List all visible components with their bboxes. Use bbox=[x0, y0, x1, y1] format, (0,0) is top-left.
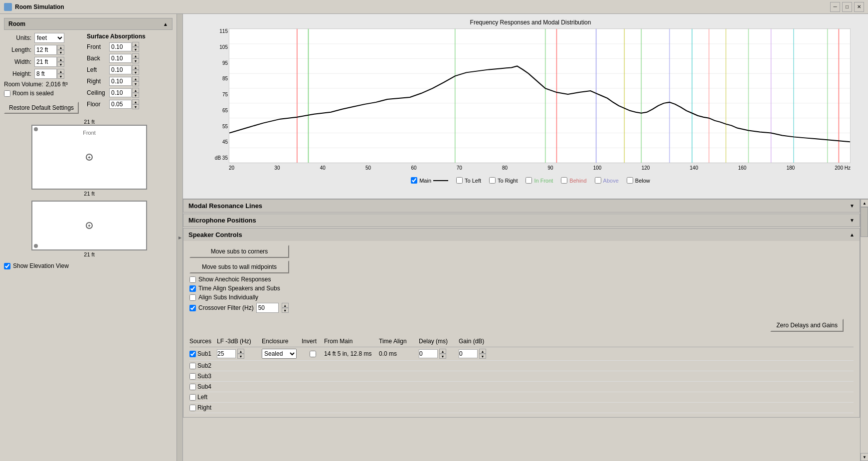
sub1-enclosure-select[interactable]: Sealed Ported bbox=[262, 349, 297, 359]
width-up[interactable]: ▲ bbox=[57, 57, 64, 62]
ceiling-down[interactable]: ▼ bbox=[132, 93, 139, 98]
front-down[interactable]: ▼ bbox=[132, 47, 139, 52]
sub2-label: Sub2 bbox=[197, 362, 211, 369]
sub4-label: Sub4 bbox=[197, 383, 211, 390]
left-up[interactable]: ▲ bbox=[132, 65, 139, 70]
left-input[interactable] bbox=[109, 65, 132, 74]
maximize-button[interactable]: □ bbox=[842, 2, 852, 12]
floor-label: Floor bbox=[87, 101, 109, 108]
height-input[interactable] bbox=[34, 69, 57, 79]
crossover-down[interactable]: ▼ bbox=[282, 308, 289, 313]
close-button[interactable]: ✕ bbox=[854, 2, 864, 12]
room-sealed-checkbox[interactable] bbox=[4, 90, 10, 97]
time-align-checkbox[interactable] bbox=[189, 285, 196, 292]
x-50: 50 bbox=[365, 165, 371, 171]
right-source-checkbox[interactable] bbox=[189, 405, 196, 411]
legend-above-checkbox[interactable] bbox=[595, 177, 601, 184]
scrollbar-down-button[interactable]: ▼ bbox=[861, 453, 868, 461]
x-140: 140 bbox=[690, 165, 698, 171]
sub1-lf-down[interactable]: ▼ bbox=[237, 354, 244, 359]
legend-toright-checkbox[interactable] bbox=[489, 177, 496, 184]
front-up[interactable]: ▲ bbox=[132, 42, 139, 47]
restore-defaults-button[interactable]: Restore Default Settings bbox=[4, 102, 79, 114]
sub1-gain-down[interactable]: ▼ bbox=[479, 354, 486, 359]
length-input[interactable] bbox=[34, 45, 57, 55]
move-subs-wall-button[interactable]: Move subs to wall midpoints bbox=[189, 260, 289, 273]
align-subs-individually-checkbox[interactable] bbox=[189, 294, 196, 301]
sub4-checkbox[interactable] bbox=[189, 384, 196, 390]
legend-infront-label: In Front bbox=[534, 178, 553, 184]
front-label: Front bbox=[87, 43, 109, 50]
room-fields: Units: feet meters Length: ▲ ▼ Width: bbox=[4, 33, 79, 114]
legend-main-checkbox[interactable] bbox=[411, 177, 417, 184]
zero-delays-gains-button[interactable]: Zero Delays and Gains bbox=[770, 319, 844, 332]
legend-behind-checkbox[interactable] bbox=[561, 177, 567, 184]
time-align-label: Time Align Speakers and Subs bbox=[198, 285, 280, 292]
right-down[interactable]: ▼ bbox=[132, 81, 139, 86]
length-up[interactable]: ▲ bbox=[57, 45, 64, 50]
col-invert-label: Invert bbox=[302, 338, 324, 345]
legend-toleft-checkbox[interactable] bbox=[456, 177, 463, 184]
room-elevation-view bbox=[31, 201, 147, 250]
bottom-panel: Modal Resonance Lines ▼ Microphone Posit… bbox=[183, 199, 860, 461]
chart-title: Frequency Responses and Modal Distributi… bbox=[208, 19, 853, 26]
room-collapse-btn[interactable]: ▲ bbox=[163, 21, 168, 27]
right-up[interactable]: ▲ bbox=[132, 76, 139, 81]
back-down[interactable]: ▼ bbox=[132, 58, 139, 63]
floor-input[interactable] bbox=[109, 100, 132, 109]
crossover-up[interactable]: ▲ bbox=[282, 303, 289, 308]
sub1-gain-up[interactable]: ▲ bbox=[479, 349, 486, 354]
sub1-delay-up[interactable]: ▲ bbox=[439, 349, 446, 354]
sub1-lf-up[interactable]: ▲ bbox=[237, 349, 244, 354]
floor-down[interactable]: ▼ bbox=[132, 104, 139, 109]
chart-area bbox=[229, 28, 851, 163]
sub1-checkbox[interactable] bbox=[189, 351, 196, 357]
crossover-filter-input[interactable] bbox=[256, 303, 279, 313]
height-down[interactable]: ▼ bbox=[57, 74, 64, 79]
width-down[interactable]: ▼ bbox=[57, 62, 64, 67]
back-up[interactable]: ▲ bbox=[132, 53, 139, 58]
room-volume-label: Room Volume: bbox=[4, 81, 43, 88]
ceiling-up[interactable]: ▲ bbox=[132, 88, 139, 93]
sub1-row: Sub1 ▲ ▼ Sealed bbox=[189, 347, 854, 361]
scrollbar-up-button[interactable]: ▲ bbox=[861, 199, 868, 207]
back-input[interactable] bbox=[109, 54, 132, 63]
left-source-label: Left bbox=[197, 394, 207, 401]
sub2-checkbox[interactable] bbox=[189, 363, 196, 369]
right-scrollbar[interactable]: ▲ ▼ bbox=[860, 199, 868, 461]
show-elevation-checkbox[interactable] bbox=[4, 263, 10, 269]
show-elevation-label: Show Elevation View bbox=[13, 262, 69, 269]
modal-resonance-header[interactable]: Modal Resonance Lines ▼ bbox=[183, 200, 860, 212]
sub4-row: Sub4 bbox=[189, 382, 854, 392]
scrollbar-thumb[interactable] bbox=[861, 207, 868, 237]
sub1-delay-down[interactable]: ▼ bbox=[439, 354, 446, 359]
units-select[interactable]: feet meters bbox=[34, 33, 64, 43]
length-down[interactable]: ▼ bbox=[57, 50, 64, 55]
floor-up[interactable]: ▲ bbox=[132, 99, 139, 104]
speaker-controls-header[interactable]: Speaker Controls ▲ bbox=[183, 229, 860, 241]
col-sources-label: Sources bbox=[189, 338, 217, 345]
sub1-invert-checkbox[interactable] bbox=[310, 351, 316, 357]
show-anechoic-checkbox[interactable] bbox=[189, 276, 196, 283]
legend-infront-checkbox[interactable] bbox=[525, 177, 532, 184]
sub1-gain-input[interactable] bbox=[459, 349, 478, 358]
ceiling-input[interactable] bbox=[109, 88, 132, 97]
move-subs-corners-button[interactable]: Move subs to corners bbox=[189, 245, 289, 258]
sub3-checkbox[interactable] bbox=[189, 373, 196, 380]
front-input[interactable] bbox=[109, 42, 132, 51]
left-down[interactable]: ▼ bbox=[132, 70, 139, 75]
right-input[interactable] bbox=[109, 77, 132, 86]
crossover-filter-checkbox[interactable] bbox=[189, 305, 196, 311]
sub1-delay-input[interactable] bbox=[419, 349, 438, 358]
minimize-button[interactable]: ─ bbox=[830, 2, 840, 12]
x-90: 90 bbox=[547, 165, 553, 171]
width-input[interactable] bbox=[34, 57, 57, 67]
height-up[interactable]: ▲ bbox=[57, 69, 64, 74]
sub1-lf-input[interactable] bbox=[217, 349, 236, 358]
left-source-checkbox[interactable] bbox=[189, 394, 196, 401]
sub4-source: Sub4 bbox=[189, 383, 217, 390]
mic-positions-header[interactable]: Microphone Positions ▼ bbox=[183, 214, 860, 227]
legend-below-checkbox[interactable] bbox=[627, 177, 633, 184]
left-separator[interactable] bbox=[177, 14, 183, 461]
room-section-header[interactable]: Room ▲ bbox=[4, 18, 173, 30]
